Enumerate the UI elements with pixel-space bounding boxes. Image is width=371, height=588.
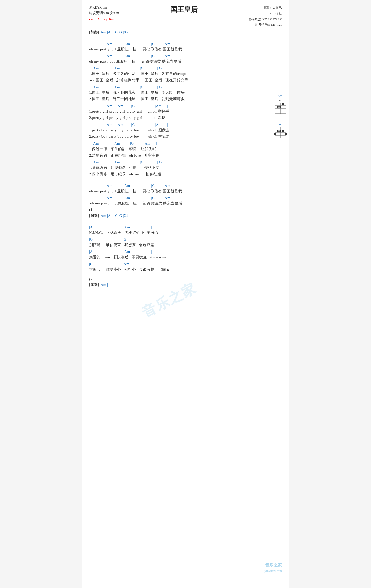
svg-point-24 [277, 130, 279, 132]
bridge-chord-2: |G |G | [89, 237, 282, 242]
svg-point-27 [285, 133, 287, 135]
verse6-block: |Am Am |G |Am | 1.闪过一眼 陌生的甜 瞬间 让我失眠 2.爱的… [89, 141, 282, 158]
chord-row-3: |Am Am |G |Am | [89, 66, 282, 71]
lyric-row-9: 1.party boy party boy party boy uh oh 跟我… [89, 127, 282, 133]
header-right: 演唱：大嘴巴 词：怀秋 参考刷法:XX 1X XX 1X 参考指法:T123_1… [249, 5, 282, 27]
prelude-label: [前奏] [89, 30, 99, 34]
chord-row-2: |Am Am |G |Am | [89, 53, 282, 59]
lyric-row-4: ▲2.国王 皇后 总算碰到对手 国王 皇后 现在开始交手 [89, 77, 282, 83]
strumming: 参考刷法:XX 1X XX 1X [249, 17, 282, 22]
chord-row-1: |Am Am |G |Am | [89, 41, 282, 46]
prelude-chords: |Am |Am |G |G |X2 [100, 30, 128, 34]
svg-point-23 [274, 133, 276, 135]
suggested-key: 建议男调:Cm 女:Cm [89, 10, 119, 16]
watermark-bottom: 音乐之家 yinyuezj.com [265, 562, 282, 573]
svg-point-26 [282, 130, 284, 132]
lyric-row-11: 1.闪过一眼 陌生的甜 瞬间 让我失眠 [89, 146, 282, 152]
verse1-chord2: |Am Am |G |Am | oh my party boy 屁股扭一扭 记得… [89, 53, 282, 64]
bridge-chord-1: |Am |Am | [89, 225, 282, 230]
outro-section: (2) [尾奏] |Am | [89, 277, 282, 289]
repeat-note: (1) [89, 208, 282, 212]
lyric-row-3: 1.国王 皇后 各过各的生活 国王 皇后 各有各的tempo [89, 71, 282, 77]
divider-1 [89, 180, 282, 180]
main-content: |Am Am |G |Am | oh my pretty girl 屁股扭一扭 … [89, 41, 282, 289]
watermark-text-2: yinyuezj.com [265, 568, 282, 573]
svg-point-12 [282, 103, 284, 105]
repeat-lyric-2: oh my party boy 屁股扭一扭 记得要温柔 拱我当皇后 [89, 201, 282, 206]
g-label: G [273, 122, 287, 126]
am-grid [273, 102, 287, 115]
lyric-row-7: 1.pretty girl pretty girl pretty girl uh… [89, 109, 282, 114]
outro-note: (2) [89, 277, 282, 281]
lyric-row-14: 2.四个脚步 用心纪录 oh yeah 把你征服 [89, 171, 282, 177]
svg-point-10 [277, 106, 279, 108]
capo-info: capo:4 play:Am [89, 16, 119, 22]
interlude-chords: |Am |Am |G |G |X4 [100, 214, 128, 218]
chord-diagrams: Am o G [273, 94, 287, 140]
header-left: 原KEY:C#m 建议男调:Cm 女:Cm capo:4 play:Am [89, 5, 119, 22]
chord-row-5: |Am |Am |G |Am | [89, 103, 282, 109]
verse5-block: |Am |Am |G |Am | 1.party boy party boy p… [89, 122, 282, 139]
bridge-chord-4: |G |Am | [89, 261, 282, 267]
bridge-block-2: |G |G | 别怀疑 谁佔便宜 我想要 创造双赢 [89, 237, 282, 248]
am-diagram: Am o [273, 94, 287, 116]
performer: 演唱：大嘴巴 [249, 5, 282, 11]
lyric-row-13: 1.身体语言 让我倾斜 但愿 停格不变 [89, 165, 282, 171]
verse7-block: |Am Am |G |Am | 1.身体语言 让我倾斜 但愿 停格不变 2.四个… [89, 160, 282, 177]
prelude-line: [前奏] |Am |Am |G |G |X2 [89, 30, 282, 37]
chord-row-4: |Am Am |G |Am | [89, 85, 282, 90]
svg-point-25 [279, 130, 281, 132]
svg-point-11 [279, 106, 281, 108]
verse4-block: |Am |Am |G |Am | 1.pretty girl pretty gi… [89, 103, 282, 121]
fingering: 参考指法:T123_121 [249, 22, 282, 27]
lyric-row-8: 2.pretty girl pretty girl pretty girl uh… [89, 115, 282, 121]
chord-row-7: |Am Am |G |Am | [89, 141, 282, 146]
original-key: 原KEY:C#m [89, 5, 119, 10]
header-center: 国王皇后 [119, 5, 249, 14]
verse2-block: |Am Am |G |Am | 1.国王 皇后 各过各的生活 国王 皇后 各有各… [89, 66, 282, 83]
lyric-row-5: 1.国王 皇后 各玩各的花火 国王 皇后 今天终于碰头 [89, 90, 282, 95]
lyrics-by: 词：怀秋 [249, 11, 282, 16]
am-label: Am [273, 94, 287, 98]
bridge-lyric-1: K.I.N.G. 下达命令 黑桃红心 不 要分心 [89, 230, 282, 236]
outro-line: [尾奏] |Am | [89, 282, 282, 289]
verse3-block: |Am Am |G |Am | 1.国王 皇后 各玩各的花火 国王 皇后 今天终… [89, 85, 282, 102]
interlude-label: [间奏] [89, 214, 99, 218]
bridge-block-3: |Am |Am | 亲爱的queen 赶快靠近 不要犹豫 it's u n me [89, 249, 282, 260]
bridge-block-4: |G |Am | 太偏心 你要小心 别担心 会很有趣 （回▲） [89, 261, 282, 272]
g-diagram: G [273, 122, 287, 140]
repeat-chord-row-1: |Am Am |G |Am | [89, 183, 282, 188]
song-title: 国王皇后 [119, 5, 249, 14]
repeat-chord2: |Am Am |G |Am | oh my party boy 屁股扭一扭 记得… [89, 195, 282, 206]
repeat-chord-row-2: |Am Am |G |Am | [89, 195, 282, 201]
watermark-text-1: 音乐之家 [265, 562, 282, 568]
bridge-chord-3: |Am |Am | [89, 249, 282, 254]
bridge-lyric-3: 亲爱的queen 赶快靠近 不要犹豫 it's u n me [89, 254, 282, 260]
outro-chords: |Am | [100, 283, 108, 287]
interlude-line: [间奏] |Am |Am |G |G |X4 [89, 213, 282, 220]
outro-label: [尾奏] [89, 283, 99, 287]
g-grid [273, 126, 287, 139]
lyric-row-6: 2.国王 皇后 绕了一圈地球 国王 皇后 爱到无药可救 [89, 96, 282, 102]
page: 原KEY:C#m 建议男调:Cm 女:Cm capo:4 play:Am 国王皇… [82, 0, 289, 588]
repeat-lyric-1: oh my pretty girl 屁股扭一扭 要把你佔有 国王就是我 [89, 188, 282, 194]
verse1-chord1: |Am Am |G |Am | oh my pretty girl 屁股扭一扭 … [89, 41, 282, 52]
bridge-lyric-4: 太偏心 你要小心 别担心 会很有趣 （回▲） [89, 267, 282, 272]
lyric-row-2: oh my party boy 屁股扭一扭 记得要温柔 拱我当皇后 [89, 59, 282, 64]
lyric-row-1: oh my pretty girl 屁股扭一扭 要把你佔有 国王就是我 [89, 46, 282, 52]
bridge-block-1: |Am |Am | K.I.N.G. 下达命令 黑桃红心 不 要分心 [89, 225, 282, 236]
lyric-row-12: 2.爱的音符 正在起舞 oh love 升空幸福 [89, 153, 282, 158]
lyric-row-10: 2.party boy party boy party boy uh oh 带我… [89, 134, 282, 139]
repeat-chord1: |Am Am |G |Am | oh my pretty girl 屁股扭一扭 … [89, 183, 282, 194]
chord-row-8: |Am Am |G |Am | [89, 160, 282, 165]
chord-row-6: |Am |Am |G |Am | [89, 122, 282, 127]
am-open: o [273, 98, 287, 101]
header: 原KEY:C#m 建议男调:Cm 女:Cm capo:4 play:Am 国王皇… [89, 5, 282, 27]
bridge-lyric-2: 别怀疑 谁佔便宜 我想要 创造双赢 [89, 242, 282, 248]
